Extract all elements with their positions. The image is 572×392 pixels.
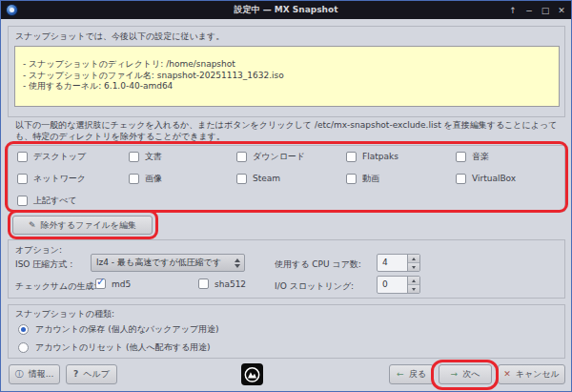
help-label: ヘルプ xyxy=(83,368,110,381)
window-title: 設定中 — MX Snapshot xyxy=(1,4,571,16)
radio-selected-icon[interactable] xyxy=(18,324,29,335)
md5-label: md5 xyxy=(112,279,131,289)
checkbox-label: 画像 xyxy=(145,173,162,185)
checkbox-icon[interactable] xyxy=(236,152,247,162)
checkbox-icon[interactable] xyxy=(129,174,139,184)
radio-label: アカウントのリセット (他人へ配布する用途) xyxy=(35,341,211,354)
info-icon: ⓘ xyxy=(15,370,24,379)
question-icon: ? xyxy=(73,370,78,379)
maximize-icon[interactable]: □ xyxy=(541,6,550,15)
exclude-checkbox-steam[interactable]: Steam xyxy=(236,172,346,185)
cancel-label: キャンセル xyxy=(516,368,560,381)
io-throttle-stepper[interactable]: 0 xyxy=(377,276,420,294)
iso-compression-value: lz4 - 最も高速ですが低圧縮です xyxy=(92,257,230,269)
mx-linux-logo xyxy=(241,363,263,385)
spin-up-icon[interactable] xyxy=(408,255,419,263)
next-button[interactable]: → 次へ xyxy=(439,364,492,384)
exclude-checkbox-documents[interactable]: 文書 xyxy=(129,150,236,163)
exclude-checkbox-virtualbox[interactable]: VirtualBox xyxy=(456,172,562,185)
summary-filename: - スナップショットのファイル名: snapshot-20251113_1632… xyxy=(23,71,551,82)
iso-compression-select[interactable]: lz4 - 最も高速ですが低圧縮です xyxy=(91,254,245,272)
next-label: 次へ xyxy=(462,368,480,381)
cpu-cores-label: 使用する CPU コア数: xyxy=(275,258,361,271)
back-arrow-icon: ← xyxy=(397,370,404,379)
sha512-checkbox[interactable]: sha512 xyxy=(198,279,246,289)
checkbox-label: VirtualBox xyxy=(472,174,516,183)
checkbox-icon[interactable] xyxy=(346,152,357,162)
checkbox-icon[interactable] xyxy=(198,279,209,289)
iso-compression-label: ISO 圧縮方式 : xyxy=(15,258,72,271)
summary-directory: - スナップショットのディレクトリ: /home/snapshot xyxy=(23,59,551,71)
minimize-icon[interactable]: − xyxy=(524,6,534,15)
shade-window-icon[interactable]: ↑ xyxy=(508,6,518,15)
snapshot-type-title: スナップショットの種類: xyxy=(15,308,114,320)
spin-down-icon[interactable] xyxy=(408,263,419,271)
snapshot-summary-box: - スナップショットのディレクトリ: /home/snapshot - スナップ… xyxy=(14,46,560,107)
exclusion-description: 以下の一般的な選択肢にチェックを入れるか、またはボタンをクリックして /etc/… xyxy=(15,120,566,142)
checkbox-icon[interactable] xyxy=(17,174,28,184)
exclude-checkbox-all-above[interactable]: 上記すべて xyxy=(17,194,129,207)
checkbox-label: ネットワーク xyxy=(33,173,86,185)
checkbox-icon[interactable] xyxy=(17,152,28,162)
exclude-checkbox-videos[interactable]: 動画 xyxy=(346,172,456,185)
io-throttle-value: 0 xyxy=(378,277,407,293)
help-button[interactable]: ? ヘルプ xyxy=(66,364,117,384)
exclude-checkbox-networks[interactable]: ネットワーク xyxy=(17,172,129,185)
io-throttle-label: I/O スロットリング: xyxy=(275,280,354,293)
edit-exclude-file-button[interactable]: ✎ 除外するファイルを編集 xyxy=(12,216,153,235)
cancel-x-icon: ✕ xyxy=(503,370,511,379)
summary-kernel: - 使用するカーネル: 6.1.0-40-amd64 xyxy=(23,81,551,93)
cpu-cores-value: 4 xyxy=(378,255,407,271)
exclude-checkbox-flatpaks[interactable]: Flatpaks xyxy=(346,150,456,163)
checkbox-icon[interactable] xyxy=(456,174,466,184)
md5-checkbox[interactable]: ✓ md5 xyxy=(95,279,131,289)
checkbox-label: Flatpaks xyxy=(362,152,398,161)
spin-up-icon[interactable] xyxy=(408,277,419,285)
radio-reset-accounts[interactable]: アカウントのリセット (他人へ配布する用途) xyxy=(18,341,211,354)
pencil-icon: ✎ xyxy=(29,221,36,230)
titlebar[interactable]: 設定中 — MX Snapshot ↑ − □ ✕ xyxy=(1,1,571,19)
about-label: 情報... xyxy=(29,368,54,381)
exclude-checkbox-pictures[interactable]: 画像 xyxy=(129,172,236,185)
options-title: オプション: xyxy=(15,244,62,257)
intro-text: スナップショットでは、今後以下の設定に従います。 xyxy=(15,31,224,43)
checkbox-checked-icon[interactable]: ✓ xyxy=(95,279,106,289)
checkbox-icon[interactable] xyxy=(129,152,139,162)
about-button[interactable]: ⓘ 情報... xyxy=(9,364,60,384)
back-label: 戻る xyxy=(409,368,426,381)
checkbox-label: 動画 xyxy=(362,173,379,185)
radio-preserve-accounts[interactable]: アカウントの保存 (個人的なバックアップ用途) xyxy=(18,323,219,336)
next-arrow-icon: → xyxy=(451,370,459,379)
radio-label: アカウントの保存 (個人的なバックアップ用途) xyxy=(35,323,219,336)
checkbox-label: Steam xyxy=(253,174,280,183)
sha512-label: sha512 xyxy=(214,279,246,289)
close-icon[interactable]: ✕ xyxy=(557,6,566,15)
checkbox-label: 上記すべて xyxy=(33,195,77,207)
checkbox-label: 文書 xyxy=(145,151,162,163)
cancel-button[interactable]: ✕ キャンセル xyxy=(498,364,565,384)
checkbox-icon[interactable] xyxy=(236,174,247,184)
back-button[interactable]: ← 戻る xyxy=(389,364,434,384)
exclude-checkbox-downloads[interactable]: ダウンロード xyxy=(236,150,346,163)
radio-icon[interactable] xyxy=(18,342,29,353)
cpu-cores-stepper[interactable]: 4 xyxy=(377,254,420,272)
checkbox-label: ダウンロード xyxy=(253,151,305,163)
combobox-arrows-icon[interactable] xyxy=(230,255,244,271)
exclusion-checkbox-grid: デスクトップ 文書 ダウンロード Flatpaks 音楽 ネットワーク 画像 xyxy=(17,150,562,207)
exclude-checkbox-music[interactable]: 音楽 xyxy=(456,150,562,163)
checkbox-icon[interactable] xyxy=(456,152,466,162)
checkbox-icon[interactable] xyxy=(346,174,357,184)
checkbox-icon[interactable] xyxy=(17,196,28,206)
checkbox-label: デスクトップ xyxy=(33,151,86,163)
spin-down-icon[interactable] xyxy=(408,285,419,293)
checksum-label: チェックサムの生成: xyxy=(15,280,97,293)
edit-exclude-file-label: 除外するファイルを編集 xyxy=(41,219,136,232)
checkbox-label: 音楽 xyxy=(472,151,489,163)
mx-snapshot-window: 設定中 — MX Snapshot ↑ − □ ✕ スナップショットでは、今後以… xyxy=(0,0,572,392)
exclude-checkbox-desktop[interactable]: デスクトップ xyxy=(17,150,129,163)
